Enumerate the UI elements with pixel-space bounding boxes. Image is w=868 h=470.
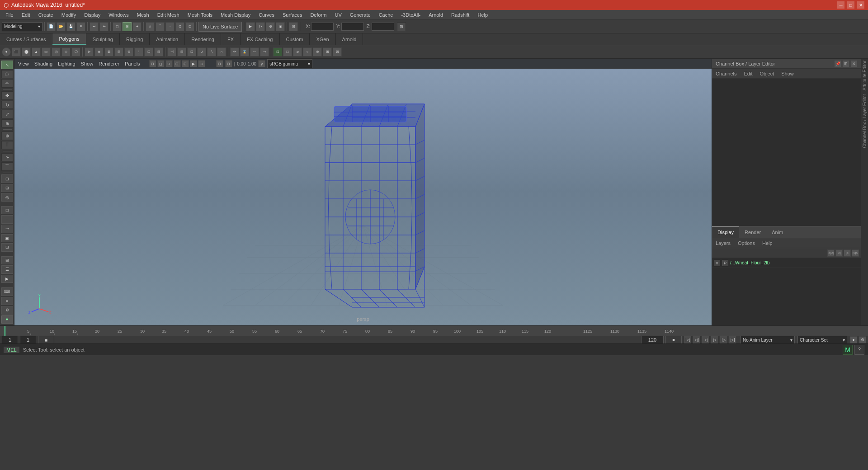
layer-back-icon[interactable]: ◁◁ <box>827 249 835 257</box>
close-button[interactable]: ✕ <box>857 1 864 9</box>
save-file-icon[interactable]: 💾 <box>66 22 75 31</box>
torus-icon[interactable]: ◎ <box>52 47 61 56</box>
vp-value-icon2[interactable]: ⊡ <box>225 60 232 67</box>
menu-edit-mesh[interactable]: Edit Mesh <box>154 10 183 20</box>
uvset-mask-icon[interactable]: ⊡ <box>1 243 13 252</box>
extrude-icon[interactable]: ⊳ <box>85 47 94 56</box>
bevel-icon[interactable]: ◈ <box>94 47 104 56</box>
menu-3dto-all[interactable]: -3DtoAll- <box>397 10 424 20</box>
menu-radshift[interactable]: Radshift <box>448 10 473 20</box>
layer-row[interactable]: V P /...Wheat_Flour_2lb <box>712 258 861 268</box>
menu-help[interactable]: Help <box>474 10 491 20</box>
y-value[interactable] <box>341 23 364 31</box>
step-forward-button[interactable]: |▷ <box>720 336 728 343</box>
uv-auto-icon[interactable]: ⊛ <box>313 47 322 56</box>
fill-hole-icon[interactable]: ⊞ <box>114 47 123 56</box>
vp-gamma-icon[interactable]: γ <box>258 60 265 67</box>
go-end-button[interactable]: ▷| <box>729 336 737 343</box>
menu-uv[interactable]: UV <box>331 10 345 20</box>
tab-custom[interactable]: Custom <box>280 33 310 45</box>
cylinder-icon[interactable]: ⬤ <box>22 47 31 56</box>
render-settings-icon[interactable]: ⚙ <box>266 22 275 31</box>
render-mode-icon[interactable]: ▶ <box>1 275 13 283</box>
auto-key-icon[interactable]: ● <box>850 336 857 343</box>
menu-deform[interactable]: Deform <box>307 10 330 20</box>
help-icon[interactable]: ? <box>854 345 864 355</box>
prism-icon[interactable]: ◇ <box>61 47 71 56</box>
separate-icon[interactable]: ⊡ <box>187 47 196 56</box>
combine-icon[interactable]: ⊞ <box>177 47 186 56</box>
channel-box-tab-edit[interactable]: Edit <box>742 70 754 77</box>
start-frame-input[interactable] <box>2 336 18 343</box>
scale-tool-button[interactable]: ⤢ <box>1 110 13 118</box>
mirror-icon[interactable]: ⊣ <box>167 47 176 56</box>
vp-camera-icon[interactable]: ⊡ <box>149 60 156 67</box>
insert-edge-icon[interactable]: ⊡ <box>144 47 153 56</box>
timeline-ruler[interactable]: 5 10 15 20 25 30 35 40 45 50 55 60 65 <box>0 326 868 336</box>
settings-icon[interactable]: ⚙ <box>1 306 13 315</box>
plane-icon[interactable]: ▭ <box>42 47 51 56</box>
minimize-button[interactable]: ─ <box>837 1 844 9</box>
attribute-editor-strip[interactable]: Attribute Editor Channel Box / Layer Edi… <box>861 59 868 325</box>
camera-icon[interactable]: ⊡ <box>289 22 298 31</box>
viewport-menu-shading[interactable]: Shading <box>34 61 52 66</box>
select-tool-button[interactable]: ↖ <box>1 61 13 69</box>
render-icon[interactable]: ▶ <box>246 22 255 31</box>
viewport-menu-show[interactable]: Show <box>81 61 94 66</box>
character-set-dropdown[interactable]: Character Set ▾ <box>797 336 847 343</box>
menu-windows[interactable]: Windows <box>105 10 132 20</box>
split-poly-icon[interactable]: ⋮ <box>134 47 143 56</box>
menu-surfaces[interactable]: Surfaces <box>279 10 306 20</box>
viewport-menu-panels[interactable]: Panels <box>125 61 140 66</box>
tab-sculpting[interactable]: Sculpting <box>86 33 120 45</box>
viewport-menu-lighting[interactable]: Lighting <box>58 61 75 66</box>
display-render-icon[interactable]: ◉ <box>276 22 285 31</box>
quick-layout-icon[interactable]: ⊞ <box>1 256 13 265</box>
menu-cache[interactable]: Cache <box>375 10 397 20</box>
channel-box-tab-show[interactable]: Show <box>779 70 796 77</box>
tab-arnold[interactable]: Arnold <box>336 33 363 45</box>
menu-mesh-tools[interactable]: Mesh Tools <box>184 10 216 20</box>
soften-icon[interactable]: ⋯ <box>250 47 259 56</box>
layer-tab-display[interactable]: Display <box>712 226 739 238</box>
menu-mesh[interactable]: Mesh <box>133 10 153 20</box>
coord-type-toggle[interactable]: ⊞ <box>397 22 406 31</box>
play-forward-button[interactable]: ▷ <box>711 336 719 343</box>
hotkey-editor-icon[interactable]: ⌨ <box>1 287 13 296</box>
tab-curves-surfaces[interactable]: Curves / Surfaces <box>0 33 52 45</box>
layer-prev-icon[interactable]: ◁ <box>835 249 843 257</box>
snap-grid-icon[interactable]: # <box>146 22 155 31</box>
layer-forward-icon[interactable]: ▷▷ <box>852 249 859 257</box>
soft-mod-button[interactable]: ⊛ <box>1 132 13 140</box>
vp-select-icon[interactable]: ◻ <box>157 60 165 67</box>
rotate-tool-button[interactable]: ↻ <box>1 101 13 109</box>
smooth-toggle-icon[interactable]: ◎ <box>1 193 13 202</box>
timeline-playhead[interactable] <box>5 326 5 336</box>
tab-xgen[interactable]: XGen <box>310 33 335 45</box>
vp-value-icon1[interactable]: ⊡ <box>216 60 223 67</box>
uv-spherical-icon[interactable]: ○ <box>303 47 312 56</box>
end-frame-input[interactable] <box>641 336 664 343</box>
preferences-icon[interactable]: ⚙ <box>859 336 866 343</box>
menu-create[interactable]: Create <box>35 10 57 20</box>
tab-rigging[interactable]: Rigging <box>120 33 150 45</box>
layer-next-icon[interactable]: ▷ <box>844 249 851 257</box>
new-file-icon[interactable]: 📄 <box>47 22 56 31</box>
layer-subtab-layers[interactable]: Layers <box>714 240 732 247</box>
menu-curves[interactable]: Curves <box>255 10 278 20</box>
selection-mask-icon[interactable]: ◻ <box>1 206 13 215</box>
undo-icon[interactable]: ↩ <box>90 22 99 31</box>
tab-polygons[interactable]: Polygons <box>52 33 86 45</box>
display-options-icon[interactable]: ☰ <box>1 265 13 274</box>
face-mask-icon[interactable]: ▣ <box>1 234 13 243</box>
play-back-button[interactable]: ◁ <box>702 336 710 343</box>
edge-mask-icon[interactable]: ⊸ <box>1 225 13 233</box>
menu-mesh-display[interactable]: Mesh Display <box>217 10 254 20</box>
universal-manip-button[interactable]: ⊕ <box>1 119 13 128</box>
go-start-button[interactable]: |◁ <box>684 336 692 343</box>
camera-view-icon[interactable]: ⊡ <box>1 174 13 183</box>
menu-file[interactable]: File <box>2 10 17 20</box>
channel-box-tab-object[interactable]: Object <box>758 70 776 77</box>
snap-curve-icon[interactable]: ⌒ <box>156 22 165 31</box>
move-tool-button[interactable]: ✥ <box>1 91 13 100</box>
